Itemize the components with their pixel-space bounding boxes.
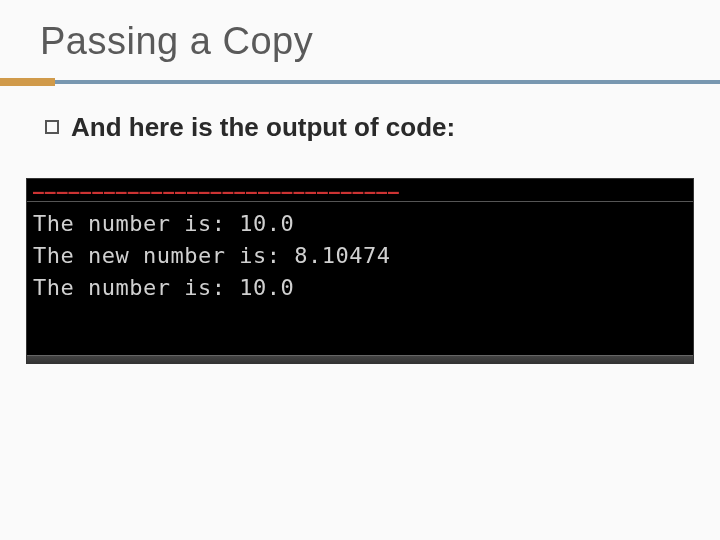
bullet-text: And here is the output of code: [71,112,455,143]
terminal-window: ——————————————————————————————— The numb… [26,178,694,364]
bullet-marker [45,120,59,134]
terminal-bottom-bar [27,355,693,363]
bullet-item: And here is the output of code: [0,112,720,143]
terminal-line: The number is: 10.0 [33,272,687,304]
rule-line [0,80,720,84]
page-title: Passing a Copy [0,20,720,75]
terminal-header-fragment: ——————————————————————————————— [27,179,693,201]
terminal-line: The new number is: 8.10474 [33,240,687,272]
title-rule [0,75,720,87]
terminal-line: The number is: 10.0 [33,208,687,240]
rule-accent [0,78,55,86]
slide: Passing a Copy And here is the output of… [0,0,720,540]
terminal-body: The number is: 10.0 The new number is: 8… [27,202,693,322]
